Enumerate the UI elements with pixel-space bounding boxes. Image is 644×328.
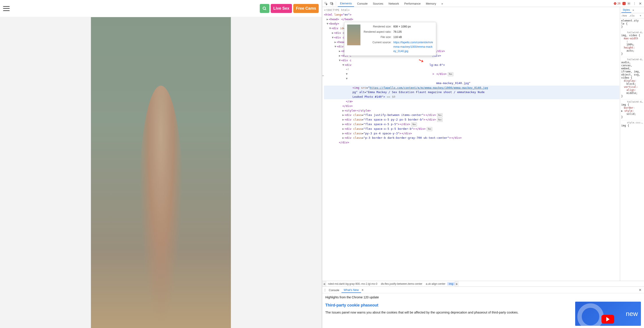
breadcrumb-item-img[interactable]: img <box>447 282 455 285</box>
tooltip-source-link[interactable]: https://fapello.com/content/e/m/emma-mac… <box>393 41 433 53</box>
drawer-article-body: The Issues panel now warns you about the… <box>325 310 571 315</box>
tooltip-source-label: Current source: <box>364 40 391 53</box>
drawer-article-title[interactable]: Third-party cookie phaseout <box>325 303 571 307</box>
rule-origin-2[interactable]: tailwind-d… <box>621 58 643 61</box>
dom-doctype: <!DOCTYPE html> <box>324 8 620 13</box>
dom-breadcrumb: ◀ nded-md.dark\:bg-gray-900.-mx-2.lg\:mx… <box>322 281 644 286</box>
dom-img-alt2: Leaked Photo #140"> <box>352 95 387 98</box>
rule-elementstyle-1: element.sty <box>621 19 638 22</box>
tooltip-thumbnail <box>347 24 360 46</box>
dom-selected-img[interactable]: <img src="https://fapello.com/content/e/… <box>324 86 620 99</box>
svg-point-0 <box>263 7 266 10</box>
kebab-icon[interactable]: ⋮ <box>632 1 637 6</box>
svg-point-8 <box>628 3 629 4</box>
search-button[interactable] <box>260 4 270 13</box>
live-sex-button[interactable]: Live Sex <box>271 4 292 13</box>
divider <box>336 2 336 6</box>
dom-div-6[interactable]: <div c <box>341 59 351 62</box>
tab-network[interactable]: Network <box>386 1 401 7</box>
add-rule-icon[interactable]: + <box>640 14 641 17</box>
drawer-tab-whatsnew[interactable]: What's New <box>342 287 361 293</box>
tooltip-aspect-label: Rendered aspect ratio: <box>364 30 391 34</box>
hamburger-icon[interactable] <box>3 6 10 11</box>
top-actions: Live Sex Free Cams <box>260 4 319 13</box>
tooltip-rendered-size-label: Rendered size: <box>364 24 391 29</box>
dom-attr-trail: mma-mackey_0140.jpg" <box>436 81 470 85</box>
tooltip-filesize-label: File size: <box>364 35 391 39</box>
promo-video[interactable]: new <box>575 302 641 326</box>
device-toggle-icon[interactable] <box>329 1 334 6</box>
tab-elements[interactable]: Elements <box>338 0 354 7</box>
drawer-headline: Highlights from the Chrome 120 update <box>325 295 641 299</box>
dom-a-close: </a> <box>346 100 353 103</box>
drawer-close-icon[interactable]: ✕ <box>638 288 643 292</box>
dom-img-src[interactable]: https://fapello.com/content/e/m/emma-mac… <box>370 86 488 89</box>
main-photo[interactable] <box>91 17 231 328</box>
cls-toggle[interactable]: .cls <box>629 14 635 17</box>
error-badge[interactable]: 261 <box>614 2 626 5</box>
tab-performance[interactable]: Performance <box>402 1 422 7</box>
rule-origin-4[interactable]: style.css:… <box>621 121 643 124</box>
drawer-tab-console[interactable]: Console <box>326 287 342 293</box>
tab-sources[interactable]: Sources <box>371 1 386 7</box>
page-content <box>0 17 322 328</box>
devtools-drawer: ⋮ Console What's New ✕ ✕ Highlights from… <box>322 286 644 328</box>
tab-memory[interactable]: Memory <box>424 1 438 7</box>
error-count: 26 <box>617 2 620 5</box>
selected-line-indicator: ⋯ <box>322 73 324 79</box>
tab-console[interactable]: Console <box>355 1 370 7</box>
drawer-kebab-icon[interactable]: ⋮ <box>324 288 326 291</box>
issue-count: 1 <box>622 2 626 5</box>
settings-gear-icon[interactable] <box>626 1 631 6</box>
page-left-pane: Live Sex Free Cams <box>0 0 322 328</box>
topbar: Live Sex Free Cams <box>0 0 322 17</box>
svg-line-1 <box>265 9 266 10</box>
dom-close1: </div> <box>342 104 353 108</box>
styles-more-icon[interactable]: » <box>632 9 634 12</box>
dom-img-alt1: " alt="Emma Mackey / Sex Education Flaun… <box>356 90 485 94</box>
rule-origin-1[interactable]: tailwind-d… <box>621 31 643 34</box>
dom-html[interactable]: <html lang="en"> <box>324 13 351 16</box>
styles-panel: Styles » :hov .cls + element.style {} ta… <box>620 7 644 281</box>
free-cams-button[interactable]: Free Cams <box>293 4 319 13</box>
inspect-icon[interactable] <box>324 1 328 6</box>
breadcrumb-item-1[interactable]: nded-md.dark\:bg-gray-900.-mx-2.lg\:mx-0 <box>326 282 379 285</box>
tooltip-aspect: 76:135 <box>393 30 433 34</box>
breadcrumb-item-3[interactable]: a.uk-align-center <box>424 282 447 285</box>
breadcrumb-scroll-right-icon[interactable]: ▶ <box>455 281 459 286</box>
devtools: Elements Console Sources Network Perform… <box>322 0 644 328</box>
dom-eq0: == $0 <box>387 95 396 98</box>
flex-badge[interactable]: flex <box>448 72 454 76</box>
devtools-tabbar: Elements Console Sources Network Perform… <box>322 0 644 7</box>
breadcrumb-scroll-left-icon[interactable]: ◀ <box>322 281 326 286</box>
image-hover-tooltip: Rendered size:608 × 1080 px Rendered asp… <box>344 22 436 56</box>
tab-more[interactable]: » <box>439 1 445 7</box>
breadcrumb-item-2[interactable]: div.flex.justify-between.items-center <box>379 282 424 285</box>
drawer-tab-close-icon[interactable]: ✕ <box>362 288 364 291</box>
tooltip-filesize: 116 kB <box>393 35 433 39</box>
tooltip-rendered-size: 608 × 1080 px <box>393 24 433 29</box>
close-devtools-icon[interactable] <box>638 1 643 6</box>
search-icon <box>262 6 267 11</box>
dom-comment: <! <box>346 68 350 71</box>
promo-label: new <box>626 310 638 317</box>
styles-tab[interactable]: Styles <box>622 7 631 13</box>
youtube-play-icon <box>602 315 614 323</box>
rule-origin-3[interactable]: tailwind-d… <box>621 100 643 103</box>
hov-toggle[interactable]: :hov <box>621 14 627 17</box>
elements-panel[interactable]: ⋯ <!DOCTYPE html> <html lang="en"> ▶<hea… <box>322 7 620 281</box>
promo-ring-icon <box>577 303 604 328</box>
